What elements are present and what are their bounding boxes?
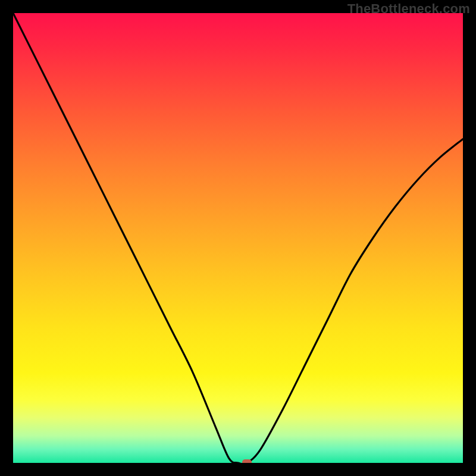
curve-svg — [13, 13, 463, 463]
minimum-marker — [242, 459, 252, 463]
bottleneck-curve-path — [13, 13, 463, 463]
watermark-text: TheBottleneck.com — [347, 1, 470, 17]
plot-area — [13, 13, 463, 463]
